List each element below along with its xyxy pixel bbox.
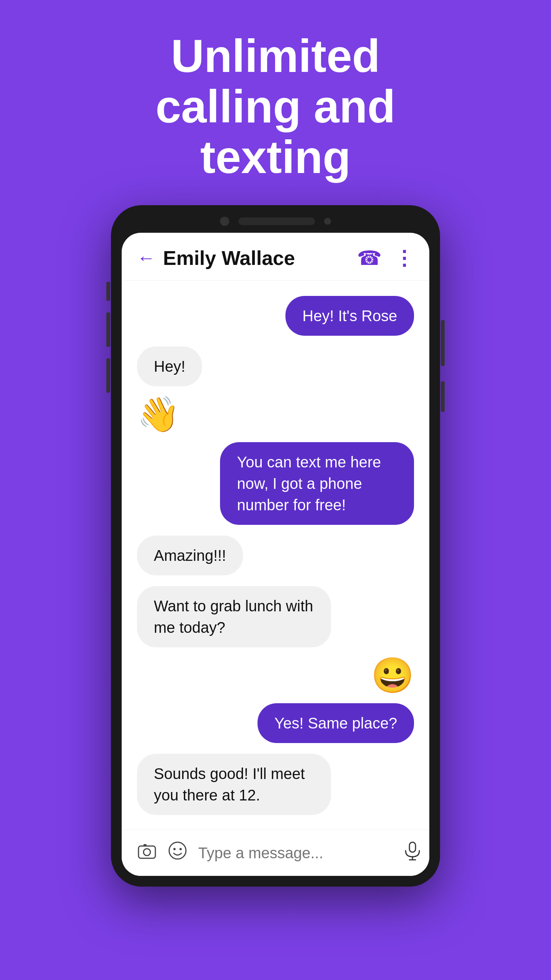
- phone-screen: ← Emily Wallace ☎ ⋮ Hey! It's Rose Hey! …: [122, 233, 429, 876]
- message-sent-8: Yes! Same place?: [258, 703, 414, 743]
- chat-header: ← Emily Wallace ☎ ⋮: [122, 233, 429, 281]
- page-headline: Unlimited calling and texting: [125, 31, 426, 182]
- message-received-2: Hey!: [137, 346, 202, 386]
- message-sent-4: You can text me here now, I got a phone …: [220, 442, 414, 525]
- svg-point-5: [179, 848, 182, 850]
- contact-name: Emily Wallace: [163, 247, 349, 270]
- phone-device: ← Emily Wallace ☎ ⋮ Hey! It's Rose Hey! …: [111, 205, 440, 887]
- message-received-9: Sounds good! I'll meet you there at 12.: [137, 754, 331, 815]
- front-camera: [220, 217, 229, 226]
- phone-top-bar: [122, 217, 429, 226]
- messages-area: Hey! It's Rose Hey! 👋 You can text me he…: [122, 281, 429, 830]
- speaker: [238, 217, 315, 225]
- more-options-button[interactable]: ⋮: [394, 247, 414, 270]
- back-button[interactable]: ←: [137, 249, 155, 267]
- header-icons: ☎ ⋮: [357, 247, 414, 270]
- power-button: [441, 320, 445, 366]
- message-emoji-7: 😀: [371, 658, 414, 693]
- svg-rect-0: [139, 846, 155, 858]
- mic-icon[interactable]: [403, 841, 422, 865]
- message-emoji-3: 👋: [137, 397, 180, 431]
- sensor: [324, 218, 331, 225]
- mute-button: [106, 282, 110, 301]
- headline-line2: calling and: [156, 81, 396, 132]
- headline-line1: Unlimited: [171, 30, 380, 82]
- volume-down-button: [106, 358, 110, 393]
- side-button2: [441, 381, 445, 412]
- svg-point-1: [143, 849, 150, 856]
- message-input[interactable]: [198, 844, 392, 862]
- svg-point-3: [169, 842, 186, 859]
- headline-line3: texting: [200, 131, 350, 183]
- chat-input-bar: [122, 830, 429, 876]
- svg-rect-2: [143, 844, 147, 846]
- svg-rect-6: [409, 842, 416, 852]
- emoji-input-icon[interactable]: [168, 841, 187, 865]
- svg-point-4: [173, 848, 176, 850]
- message-sent-1: Hey! It's Rose: [285, 296, 414, 336]
- call-button[interactable]: ☎: [357, 247, 382, 270]
- message-received-6: Want to grab lunch with me today?: [137, 586, 331, 647]
- volume-up-button: [106, 312, 110, 347]
- camera-icon[interactable]: [137, 841, 157, 865]
- message-received-5: Amazing!!!: [137, 536, 243, 575]
